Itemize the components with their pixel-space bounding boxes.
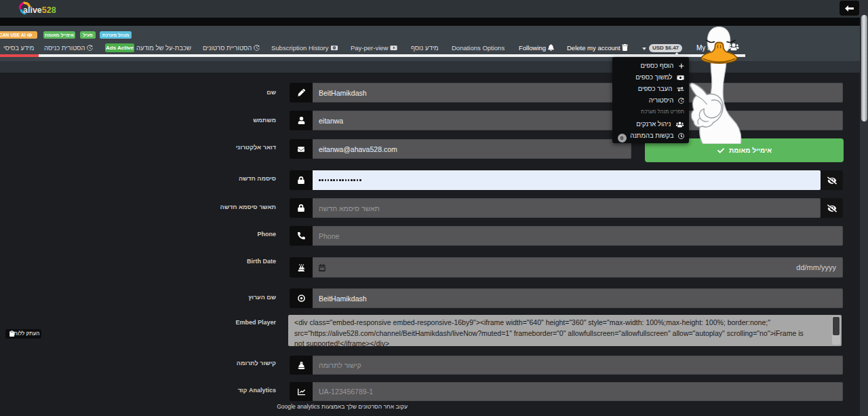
svg-text:alive528: alive528 (23, 5, 56, 15)
